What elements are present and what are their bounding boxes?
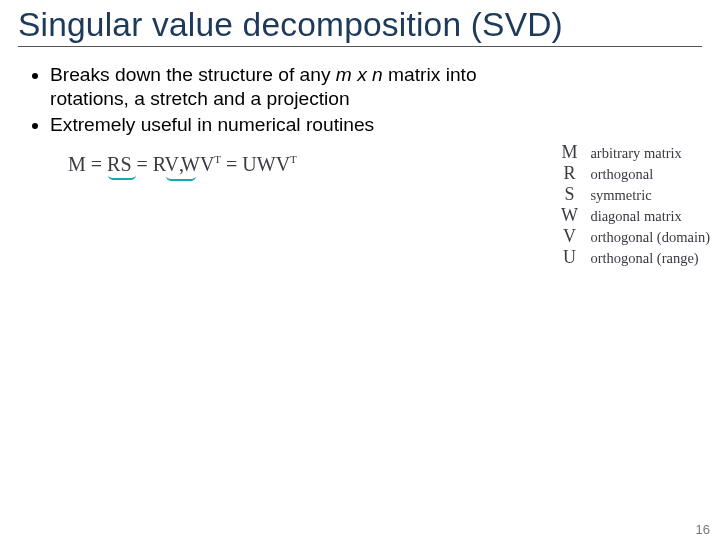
bullet-item: Extremely useful in numerical routines <box>50 113 544 137</box>
eq-uwv: UWV <box>242 153 290 175</box>
eq-sup-t1: T <box>214 153 221 165</box>
legend-desc: orthogonal (range) <box>590 250 698 267</box>
legend-symbol: W <box>558 205 580 226</box>
underline-mark-icon <box>108 175 136 180</box>
eq-rs: RS <box>107 153 131 175</box>
bullet-list: Breaks down the structure of any m x n m… <box>24 63 544 137</box>
legend-row: V orthogonal (domain) <box>558 226 710 247</box>
eq-rv: RV <box>153 153 179 175</box>
legend-row: U orthogonal (range) <box>558 247 710 268</box>
eq-lhs: M = <box>68 153 102 175</box>
title-container: Singular value decomposition (SVD) <box>18 6 702 47</box>
legend-desc: orthogonal <box>590 166 653 183</box>
legend-desc: orthogonal (domain) <box>590 229 710 246</box>
legend-desc: symmetric <box>590 187 651 204</box>
legend-symbol: M <box>558 142 580 163</box>
legend-row: W diagonal matrix <box>558 205 710 226</box>
legend-row: M arbitrary matrix <box>558 142 710 163</box>
legend-symbol: S <box>558 184 580 205</box>
legend-desc: arbitrary matrix <box>590 145 681 162</box>
page-number: 16 <box>696 522 710 537</box>
eq-eq3: = <box>226 153 237 175</box>
slide: Singular value decomposition (SVD) Break… <box>0 0 720 540</box>
slide-title: Singular value decomposition (SVD) <box>18 6 702 44</box>
legend-row: S symmetric <box>558 184 710 205</box>
bullet-math: m x n <box>336 64 383 85</box>
underline-mark-icon <box>166 176 196 181</box>
eq-sup-t2: T <box>290 153 297 165</box>
eq-eq2: = <box>137 153 148 175</box>
legend-row: R orthogonal <box>558 163 710 184</box>
bullet-text-pre: Breaks down the structure of any <box>50 64 336 85</box>
legend-desc: diagonal matrix <box>590 208 681 225</box>
legend-symbol: U <box>558 247 580 268</box>
bullet-item: Breaks down the structure of any m x n m… <box>50 63 544 111</box>
bullet-text-pre: Extremely useful in numerical routines <box>50 114 374 135</box>
legend-symbol: V <box>558 226 580 247</box>
eq-wv: WV <box>181 153 214 175</box>
matrix-legend: M arbitrary matrix R orthogonal S symmet… <box>558 142 710 268</box>
legend-symbol: R <box>558 163 580 184</box>
